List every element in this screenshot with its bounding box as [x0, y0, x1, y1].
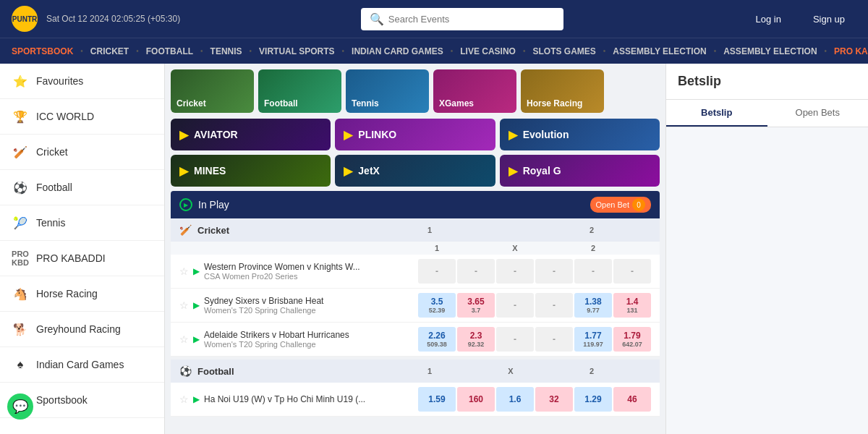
odd-btn[interactable]: 1.4 131 [613, 293, 651, 318]
sidebar-item-icc-world[interactable]: 🏆 ICC WORLD [0, 99, 164, 135]
whatsapp-button[interactable]: 💬 [7, 393, 33, 420]
favourite-star-icon[interactable]: ☆ [179, 393, 189, 405]
match-details: Western Province Women v Knights W... CS… [204, 262, 360, 281]
aviator-banner[interactable]: ▶ AVIATOR [171, 119, 331, 150]
odd-btn[interactable]: - [613, 259, 651, 284]
plinko-label: PLINKO [358, 129, 396, 140]
nav-item-live-casino[interactable]: LIVE CASINO [454, 38, 522, 64]
table-row: ☆ ▶ Sydney Sixers v Brisbane Heat Women'… [171, 289, 660, 323]
odd-btn[interactable]: - [535, 259, 573, 284]
inplay-circle-icon: ▶ [179, 198, 192, 211]
odd-btn[interactable]: 1.59 [418, 387, 456, 412]
sidebar-item-indian-card-games[interactable]: ♠ Indian Card Games [0, 347, 164, 383]
main-layout: ⭐ Favourites 🏆 ICC WORLD 🏏 Cricket ⚽ Foo… [0, 64, 868, 434]
odd-btn[interactable]: - [496, 259, 534, 284]
greyhound-icon: 🐕 [12, 320, 29, 338]
search-input[interactable] [388, 14, 555, 25]
odd-btn[interactable]: 32 [535, 387, 573, 412]
sidebar-item-label: Cricket [36, 146, 68, 158]
odd-btn[interactable]: 1.6 [496, 387, 534, 412]
category-card-horseracing[interactable]: Horse Racing [521, 69, 604, 113]
sidebar-item-horse-racing[interactable]: 🐴 Horse Racing [0, 276, 164, 312]
nav-item-cricket[interactable]: CRICKET [85, 38, 135, 64]
football-colxb [532, 367, 570, 375]
cricket-sport-label: Cricket [197, 225, 229, 236]
sidebar-item-favourites[interactable]: ⭐ Favourites [0, 64, 164, 99]
jetx-banner[interactable]: ▶ JetX [335, 155, 495, 187]
odd-btn[interactable]: - [496, 327, 534, 352]
betslip-content [666, 127, 868, 434]
odds-grid: 2.26 509.38 2.3 92.32 - - 1.77 119.97 1.… [418, 327, 651, 352]
search-bar[interactable]: 🔍 [361, 8, 563, 30]
header-right: Log in Sign up [744, 9, 856, 29]
match-details: Sydney Sixers v Brisbane Heat Women's T2… [204, 296, 323, 315]
odd-btn[interactable]: - [535, 293, 573, 318]
live-stream-icon: ▶ [193, 266, 200, 276]
sidebar-item-tennis[interactable]: 🎾 Tennis [0, 205, 164, 241]
category-card-cricket[interactable]: Cricket [171, 69, 254, 113]
match-details: Ha Noi U19 (W) v Tp Ho Chi Minh U19 (... [204, 394, 365, 404]
mines-banner[interactable]: ▶ MINES [171, 155, 331, 187]
odd-btn[interactable]: 160 [457, 387, 495, 412]
open-bets-tab[interactable]: Open Bets [767, 100, 869, 127]
kabaddi-icon: PROKBD [12, 250, 29, 267]
inplay-title: In Play [198, 199, 229, 210]
odds-grid: - - - - - - [418, 259, 651, 284]
odd-btn[interactable]: - [418, 259, 456, 284]
nav-item-assembly-election-2[interactable]: ASSEMBLY ELECTION [718, 38, 822, 64]
nav-item-pro-kabaddi[interactable]: PRO KABADDI [828, 38, 868, 64]
category-card-football-label: Football [264, 98, 298, 109]
nav-item-slots-games[interactable]: SLOTS GAMES [527, 38, 601, 64]
betslip-tab[interactable]: Betslip [666, 100, 767, 127]
nav-item-indian-card-games[interactable]: INDIAN CARD GAMES [346, 38, 449, 64]
odd-btn[interactable]: 3.5 52.39 [418, 293, 456, 318]
login-button[interactable]: Log in [744, 9, 792, 29]
category-card-football[interactable]: Football [258, 69, 341, 113]
odd-btn[interactable]: 1.38 9.77 [574, 293, 612, 318]
cricket-col2b-header [613, 226, 651, 234]
sidebar-item-cricket[interactable]: 🏏 Cricket [0, 135, 164, 170]
odd-btn[interactable]: 1.29 [574, 387, 612, 412]
star-icon: ⭐ [12, 72, 29, 90]
table-row: ☆ ▶ Ha Noi U19 (W) v Tp Ho Chi Minh U19 … [171, 383, 660, 417]
nav-item-virtual-sports[interactable]: VIRTUAL SPORTS [253, 38, 340, 64]
sidebar-item-football[interactable]: ⚽ Football [0, 170, 164, 205]
sidebar-item-greyhound-racing[interactable]: 🐕 Greyhound Racing [0, 312, 164, 347]
royalg-banner[interactable]: ▶ Royal G [500, 155, 660, 187]
favourite-star-icon[interactable]: ☆ [179, 333, 189, 345]
odd-btn[interactable]: 3.65 3.7 [457, 293, 495, 318]
match-subtitle: CSA Women Pro20 Series [204, 272, 360, 281]
nav-item-football[interactable]: FOOTBALL [140, 38, 199, 64]
cricket-col1-header: 1 [411, 226, 448, 234]
trophy-icon: 🏆 [12, 108, 29, 125]
category-cards: Cricket Football Tennis XGames Horse Rac… [171, 69, 660, 113]
odd-btn[interactable]: - [457, 259, 495, 284]
evolution-banner[interactable]: ▶ Evolution [500, 119, 660, 150]
category-card-xgames-label: XGames [439, 98, 474, 109]
odd-btn[interactable]: 1.77 119.97 [574, 327, 612, 352]
nav-item-sportsbook[interactable]: SPORTSBOOK [6, 38, 79, 64]
favourite-star-icon[interactable]: ☆ [179, 299, 189, 311]
cricket-sport-icon: 🏏 [179, 224, 192, 236]
signup-button[interactable]: Sign up [801, 9, 856, 29]
sidebar-item-pro-kabaddi[interactable]: PROKBD PRO KABADDI [0, 241, 164, 276]
betslip-panel: Betslip Betslip Open Bets [665, 64, 868, 434]
nav-item-tennis[interactable]: TENNIS [205, 38, 248, 64]
odd-btn[interactable]: - [496, 293, 534, 318]
odd-btn[interactable]: - [574, 259, 612, 284]
odd-btn[interactable]: 2.3 92.32 [457, 327, 495, 352]
odd-btn[interactable]: 2.26 509.38 [418, 327, 456, 352]
nav-item-assembly-election-1[interactable]: ASSEMBLY ELECTION [607, 38, 712, 64]
favourite-star-icon[interactable]: ☆ [179, 265, 189, 277]
match-title: Sydney Sixers v Brisbane Heat [204, 296, 323, 306]
plinko-banner[interactable]: ▶ PLINKO [335, 119, 495, 150]
category-card-tennis[interactable]: Tennis [346, 69, 429, 113]
main-content: Cricket Football Tennis XGames Horse Rac… [165, 64, 665, 434]
odd-btn[interactable]: - [535, 327, 573, 352]
category-card-xgames[interactable]: XGames [433, 69, 516, 113]
football-col2b [613, 367, 651, 375]
sidebar-item-label: Greyhound Racing [36, 323, 121, 335]
odd-btn[interactable]: 46 [613, 387, 651, 412]
odd-btn[interactable]: 1.79 642.07 [613, 327, 651, 352]
evolution-label: Evolution [523, 129, 569, 140]
